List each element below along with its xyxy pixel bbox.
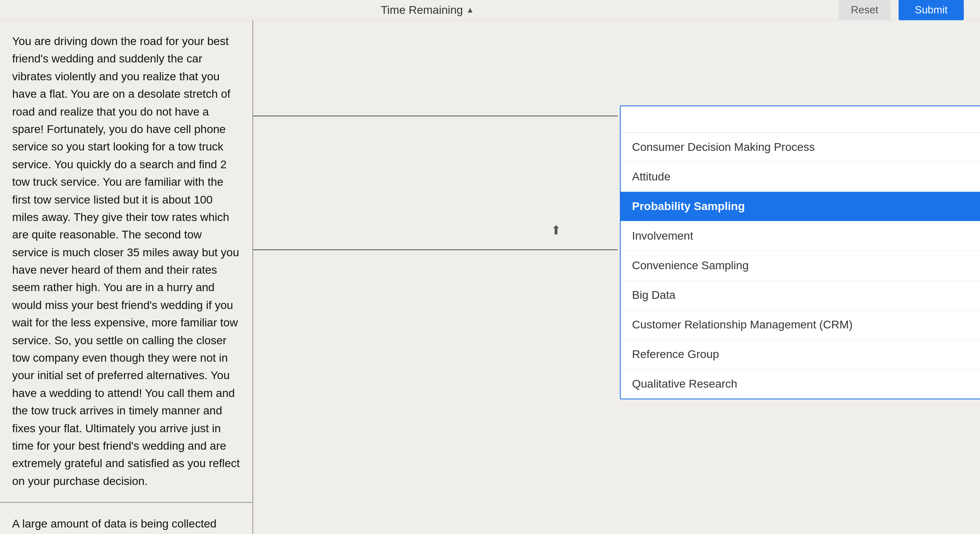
submit-button[interactable]: Submit <box>899 0 964 20</box>
top-bar: Time Remaining ▲ Reset Submit <box>0 0 980 20</box>
dropdown-item-convenience-sampling[interactable]: Convenience Sampling <box>621 251 980 281</box>
dropdown-item-reference-group[interactable]: Reference Group <box>621 340 980 369</box>
horizontal-line-1 <box>253 116 618 116</box>
timer-chevron-icon[interactable]: ▲ <box>466 5 474 15</box>
dropdown-item-big-data[interactable]: Big Data <box>621 281 980 310</box>
dropdown-list: Consumer Decision Making Process Attitud… <box>621 133 980 399</box>
dropdown-item-qualitative-research[interactable]: Qualitative Research <box>621 369 980 399</box>
right-panel: ▲ Consumer Decision Making Process Attit… <box>253 20 980 534</box>
passage-text-2: A large amount of data is being collecte… <box>12 517 239 534</box>
dropdown-search-input[interactable] <box>629 113 980 126</box>
dropdown-container[interactable]: ▲ Consumer Decision Making Process Attit… <box>620 105 980 399</box>
time-remaining-label: Time Remaining <box>381 4 463 17</box>
dropdown-item-attitude[interactable]: Attitude <box>621 162 980 192</box>
dropdown-search-bar: ▲ <box>621 106 980 133</box>
passage-block-2: A large amount of data is being collecte… <box>0 503 252 534</box>
reset-button[interactable]: Reset <box>839 0 890 20</box>
dropdown-item-consumer-decision[interactable]: Consumer Decision Making Process <box>621 133 980 162</box>
dropdown-item-crm[interactable]: Customer Relationship Management (CRM) <box>621 310 980 340</box>
top-bar-actions: Reset Submit <box>839 0 964 20</box>
timer-section: Time Remaining ▲ <box>381 4 474 17</box>
main-content: You are driving down the road for your b… <box>0 20 980 534</box>
passage-block-1: You are driving down the road for your b… <box>0 20 252 503</box>
passage-text-1: You are driving down the road for your b… <box>12 35 240 487</box>
horizontal-line-2 <box>253 249 618 250</box>
dropdown-item-probability-sampling[interactable]: Probability Sampling <box>621 192 980 221</box>
left-panel: You are driving down the road for your b… <box>0 20 253 534</box>
dropdown-item-involvement[interactable]: Involvement <box>621 221 980 251</box>
mouse-cursor: ⬆ <box>551 223 561 237</box>
